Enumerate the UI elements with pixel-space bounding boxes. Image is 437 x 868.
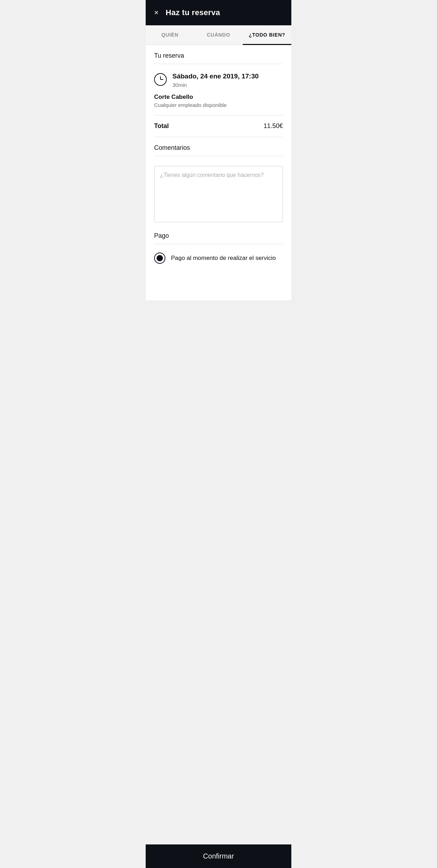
datetime-duration: 30min — [172, 82, 259, 88]
total-section: Total 11.50€ — [146, 115, 291, 137]
tab-cuando[interactable]: CUÁNDO — [194, 26, 243, 45]
datetime-main: Sábado, 24 ene 2019, 17:30 — [172, 72, 259, 81]
comments-divider — [154, 156, 283, 156]
total-label: Total — [154, 122, 169, 130]
reservation-section-title: Tu reserva — [146, 45, 291, 64]
payment-option-label: Pago al momento de realizar el servicio — [171, 255, 276, 262]
datetime-text: Sábado, 24 ene 2019, 17:30 30min — [172, 72, 259, 88]
service-employee: Cualquier empleado disponible — [154, 102, 283, 108]
service-name: Corte Cabello — [154, 94, 283, 101]
payment-heading: Pago — [146, 229, 291, 244]
total-amount: 11.50€ — [264, 122, 283, 130]
tabs-bar: QUIÉN CUÁNDO ¿TODO BIEN? — [146, 25, 291, 45]
comments-input[interactable] — [154, 166, 283, 222]
header-title: Haz tu reserva — [166, 8, 220, 17]
radio-inner — [157, 255, 163, 261]
datetime-row: Sábado, 24 ene 2019, 17:30 30min — [154, 72, 283, 88]
main-content: Tu reserva Sábado, 24 ene 2019, 17:30 30… — [146, 45, 291, 300]
payment-option[interactable]: Pago al momento de realizar el servicio — [146, 244, 291, 272]
tab-todo-bien[interactable]: ¿TODO BIEN? — [243, 26, 291, 45]
header: × Haz tu reserva — [146, 0, 291, 25]
tab-quien[interactable]: QUIÉN — [146, 26, 194, 45]
phone-container: × Haz tu reserva QUIÉN CUÁNDO ¿TODO BIEN… — [146, 0, 291, 300]
comments-heading: Comentarios — [154, 144, 283, 152]
clock-icon — [154, 73, 167, 86]
reservation-info: Sábado, 24 ene 2019, 17:30 30min Corte C… — [146, 64, 291, 115]
close-icon[interactable]: × — [154, 9, 159, 17]
payment-radio[interactable] — [154, 253, 165, 264]
comments-section: Comentarios — [146, 137, 291, 160]
